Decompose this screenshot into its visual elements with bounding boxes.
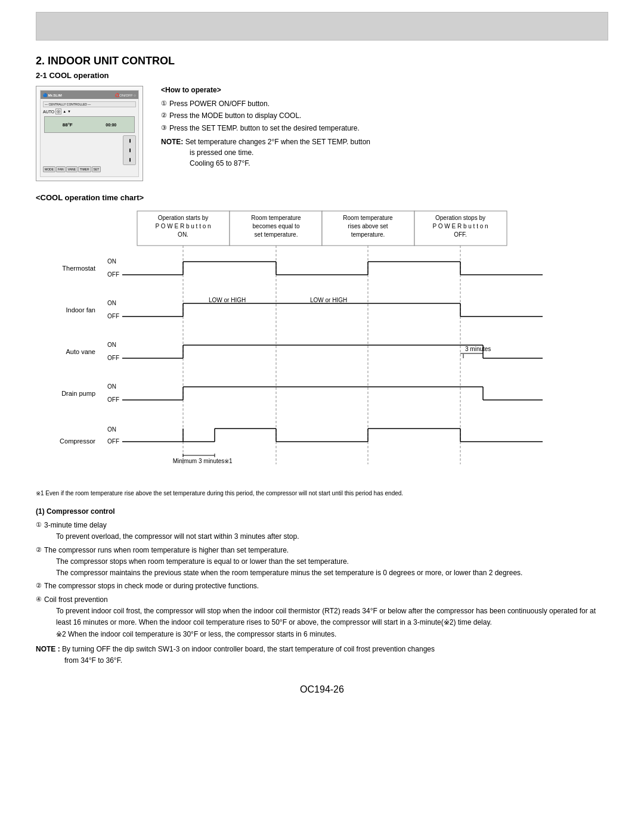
svg-text:Drain pump: Drain pump [61, 390, 95, 397]
svg-text:Compressor: Compressor [60, 437, 95, 445]
svg-text:ON: ON [107, 258, 116, 265]
item-2-content: The compressor runs when room temperatur… [44, 544, 522, 579]
svg-text:set temperature.: set temperature. [255, 231, 298, 238]
section-title: 2. INDOOR UNIT CONTROL [36, 55, 608, 67]
compressor-control-list: ① 3-minute time delay To prevent overloa… [36, 519, 608, 640]
svg-text:OFF: OFF [107, 313, 119, 319]
step-2: ② Press the MODE button to display COOL. [161, 110, 608, 122]
note-text-2: is pressed one time. [190, 148, 253, 157]
remote-display: 88°F 00:00 [44, 116, 135, 133]
remote-btn-1: MODE [43, 166, 55, 172]
how-to-operate-list: ① Press POWER ON/OFF button. ② Press the… [161, 98, 608, 134]
step-3-num: ③ [161, 122, 167, 134]
remote-fan-icon: ◎ [55, 108, 61, 114]
compressor-item-3: ② The compressor stops in check mode or … [36, 580, 608, 592]
svg-text:※1: ※1 [224, 458, 233, 464]
svg-text:Indoor fan: Indoor fan [66, 306, 95, 314]
item-4-indent-1: To prevent indoor coil frost, the compre… [56, 606, 608, 628]
svg-text:ON: ON [107, 342, 116, 348]
svg-text:Room temperature: Room temperature [251, 215, 301, 221]
item-4-content: Coil frost prevention To prevent indoor … [44, 594, 608, 640]
remote-btn-4: TIMER [78, 166, 91, 172]
svg-text:OFF: OFF [107, 396, 119, 403]
svg-text:LOW or HIGH: LOW or HIGH [310, 297, 347, 303]
svg-text:ON: ON [107, 383, 116, 390]
item-2-num: ② [36, 544, 42, 579]
note-content: By turning OFF the dip switch SW1-3 on i… [62, 645, 435, 653]
chart-container: Operation starts by P O W E R b u t t o … [36, 208, 608, 484]
svg-text:becomes equal to: becomes equal to [253, 223, 300, 229]
svg-text:LOW or HIGH: LOW or HIGH [209, 297, 246, 303]
footnote: ※1 Even if the room temperature rise abo… [36, 489, 608, 498]
svg-text:P O W E R  b u t t o n: P O W E R b u t t o n [432, 223, 488, 229]
compressor-item-2: ② The compressor runs when room temperat… [36, 544, 608, 579]
item-1-content: 3-minute time delay To prevent overload,… [44, 519, 299, 543]
step-2-num: ② [161, 110, 167, 122]
remote-temp-display: 88°F [63, 122, 73, 128]
subsection-title: 2-1 COOL operation [36, 71, 608, 80]
svg-text:OFF: OFF [107, 438, 119, 445]
how-to-operate: <How to operate> ① Press POWER ON/OFF bu… [161, 86, 608, 181]
page-number: OC194-26 [36, 684, 608, 695]
compressor-control: (1) Compressor control ① 3-minute time d… [36, 507, 608, 666]
remote-side-panel: ▐ ▐ ▐ [123, 135, 136, 165]
remote-bottom-buttons: MODE FAN VANE TIMER SET [43, 166, 136, 172]
svg-text:OFF.: OFF. [454, 231, 467, 238]
item-4-indent-2: ※2 When the indoor coil temperature is 3… [56, 629, 608, 640]
svg-text:rises above set: rises above set [348, 223, 388, 229]
cool-operation-chart: Operation starts by P O W E R b u t t o … [36, 208, 608, 482]
note-bold-label: NOTE : [36, 645, 60, 653]
remote-auto-icon: AUTO [43, 110, 54, 114]
svg-text:Minimum 3 minutes: Minimum 3 minutes [173, 458, 225, 464]
item-2-text: The compressor runs when room temperatur… [44, 546, 289, 554]
remote-icons-row: AUTO ◎ ▲ ▼ [43, 108, 136, 114]
svg-text:ON.: ON. [178, 231, 188, 238]
svg-text:OFF: OFF [107, 355, 119, 361]
step-1-text: Press POWER ON/OFF button. [169, 98, 270, 110]
step-3-text: Press the SET TEMP. button to set the de… [169, 122, 360, 134]
step-1: ① Press POWER ON/OFF button. [161, 98, 608, 110]
item-3-num: ② [36, 580, 42, 592]
compressor-note: NOTE : By turning OFF the dip switch SW1… [36, 644, 608, 666]
item-1-indent: To prevent overload, the compressor will… [56, 531, 299, 542]
compressor-item-4: ④ Coil frost prevention To prevent indoo… [36, 594, 608, 640]
note-label: NOTE: [161, 138, 185, 146]
svg-text:Thermostat: Thermostat [62, 265, 95, 272]
item-4-num: ④ [36, 594, 42, 640]
top-bar [36, 12, 608, 41]
chart-section-title: <COOL operation time chart> [36, 193, 608, 202]
item-1-text: 3-minute time delay [44, 521, 107, 529]
svg-text:ON: ON [107, 300, 116, 306]
item-3-text: The compressor stops in check mode or du… [44, 580, 259, 592]
step-2-text: Press the MODE button to display COOL. [169, 110, 301, 122]
svg-text:Room temperature: Room temperature [343, 215, 393, 221]
svg-text:Operation starts by: Operation starts by [158, 215, 208, 221]
svg-text:Auto vane: Auto vane [66, 348, 95, 355]
remote-btn-3: VANE [66, 166, 78, 172]
remote-btn-5: SET [92, 166, 101, 172]
note-text-3: Cooling 65 to 87°F. [190, 159, 250, 167]
remote-btn-2: FAN [56, 166, 66, 172]
item-1-num: ① [36, 519, 42, 543]
svg-text:ON: ON [107, 426, 116, 433]
remote-temp-arrows: ▲ ▼ [63, 110, 71, 113]
svg-text:temperature.: temperature. [351, 231, 385, 238]
item-2-indent-1: The compressor stops when room temperatu… [56, 556, 522, 567]
step-1-num: ① [161, 98, 167, 110]
remote-mode-row: — CENTRALLY CONTROLLED — [43, 101, 136, 107]
remote-time-display: 00:00 [106, 123, 116, 127]
note-line: NOTE: Set temperature changes 2°F when t… [161, 136, 608, 169]
how-to-operate-title: <How to operate> [161, 86, 608, 94]
step-3: ③ Press the SET TEMP. button to set the … [161, 122, 608, 134]
compressor-item-1: ① 3-minute time delay To prevent overloa… [36, 519, 608, 543]
svg-text:OFF: OFF [107, 271, 119, 278]
note-content-2: from 34°F to 36°F. [64, 656, 122, 665]
remote-right-buttons: ▐ ▐ ▐ [43, 135, 136, 165]
note-text: Set temperature changes 2°F when the SET… [185, 138, 370, 146]
content-row: 🔵 Mr.SLIM ⭕ON/OFF ○ — CENTRALLY CONTROLL… [36, 86, 608, 181]
item-2-indent-2: The compressor maintains the previous st… [56, 567, 522, 579]
svg-text:3 minutes: 3 minutes [465, 346, 491, 352]
compressor-control-title: (1) Compressor control [36, 507, 608, 516]
svg-text:P O W E R  b u t t o n: P O W E R b u t t o n [155, 223, 210, 229]
remote-on-off: ⭕ON/OFF ○ [115, 93, 136, 97]
